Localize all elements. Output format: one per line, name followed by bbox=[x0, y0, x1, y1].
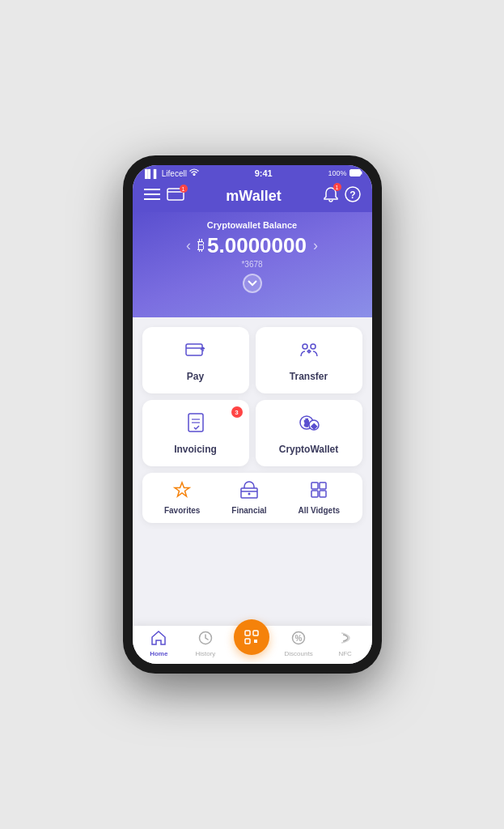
all-vidgets-icon bbox=[310, 481, 328, 503]
balance-currency: ₿ bbox=[197, 237, 205, 254]
transfer-card[interactable]: Transfer bbox=[256, 327, 362, 393]
financial-icon bbox=[240, 481, 258, 503]
svg-rect-0 bbox=[349, 169, 360, 176]
nav-home[interactable]: Home bbox=[141, 631, 176, 657]
svg-rect-30 bbox=[254, 640, 257, 643]
status-left: ▐▌▌ Lifecell bbox=[142, 168, 199, 178]
bell-badge: 1 bbox=[333, 183, 341, 191]
nav-nfc[interactable]: NFC bbox=[328, 631, 363, 657]
balance-value: 5.0000000 bbox=[207, 233, 307, 258]
history-icon bbox=[198, 631, 213, 648]
financial-widget[interactable]: Financial bbox=[231, 481, 266, 515]
nav-history[interactable]: History bbox=[188, 631, 223, 657]
status-bar: ▐▌▌ Lifecell 9:41 100% bbox=[133, 165, 372, 181]
svg-rect-23 bbox=[320, 483, 326, 489]
svg-text:?: ? bbox=[349, 189, 355, 201]
transfer-icon bbox=[298, 338, 320, 366]
card-badge: 1 bbox=[180, 185, 188, 193]
app-title: mWallet bbox=[226, 188, 281, 205]
balance-left-nav[interactable]: ‹ bbox=[186, 237, 191, 254]
invoicing-label: Invoicing bbox=[174, 444, 217, 455]
header-right-icons: 1 ? bbox=[324, 186, 361, 206]
balance-right-nav[interactable]: › bbox=[313, 237, 318, 254]
discounts-icon: % bbox=[291, 631, 306, 648]
svg-rect-28 bbox=[253, 631, 258, 636]
pay-label: Pay bbox=[187, 371, 204, 382]
cryptowallet-card[interactable]: ₿ ◈ CryptoWallet bbox=[256, 400, 362, 466]
balance-account: *3678 bbox=[144, 260, 361, 269]
invoicing-badge: 3 bbox=[231, 406, 243, 418]
svg-text:%: % bbox=[295, 634, 303, 643]
chevron-down-button[interactable] bbox=[243, 274, 262, 293]
phone-inner: ▐▌▌ Lifecell 9:41 100% bbox=[133, 165, 372, 664]
scan-button[interactable] bbox=[234, 619, 269, 655]
svg-rect-9 bbox=[186, 344, 202, 355]
nav-history-label: History bbox=[195, 650, 215, 657]
nfc-icon bbox=[338, 631, 353, 648]
widgets-row: Favorites Financial All Vidgets bbox=[142, 473, 362, 523]
time-display: 9:41 bbox=[255, 168, 273, 178]
financial-label: Financial bbox=[231, 506, 266, 515]
invoicing-icon bbox=[184, 411, 207, 439]
status-right: 100% bbox=[328, 169, 362, 178]
all-vidgets-label: All Vidgets bbox=[299, 506, 341, 515]
status-center: 9:41 bbox=[255, 168, 273, 178]
action-grid: Pay bbox=[142, 327, 362, 466]
battery-icon bbox=[349, 169, 362, 178]
nav-discounts[interactable]: % Discounts bbox=[281, 631, 316, 657]
svg-rect-22 bbox=[311, 483, 318, 489]
balance-amount: ₿ 5.0000000 bbox=[197, 233, 307, 258]
favorites-icon bbox=[173, 481, 191, 503]
battery-percent: 100% bbox=[328, 169, 346, 177]
svg-rect-24 bbox=[311, 491, 318, 497]
svg-text:◈: ◈ bbox=[311, 423, 317, 430]
balance-label: Cryptowallet Balance bbox=[144, 220, 361, 230]
help-icon[interactable]: ? bbox=[345, 186, 361, 206]
header-left-icons: 1 bbox=[144, 188, 184, 204]
header: 1 mWallet 1 ? bbox=[133, 181, 372, 212]
menu-icon[interactable] bbox=[144, 188, 160, 204]
nav-discounts-label: Discounts bbox=[285, 650, 313, 657]
wifi-icon bbox=[189, 168, 199, 178]
signal-icon: ▐▌▌ bbox=[142, 169, 159, 178]
home-icon bbox=[151, 631, 166, 648]
favorites-widget[interactable]: Favorites bbox=[164, 481, 200, 515]
card-icon[interactable]: 1 bbox=[167, 188, 184, 204]
cryptowallet-icon: ₿ ◈ bbox=[298, 411, 320, 439]
svg-point-21 bbox=[248, 493, 250, 495]
carrier-name: Lifecell bbox=[162, 169, 187, 178]
nav-home-label: Home bbox=[150, 650, 167, 657]
svg-rect-25 bbox=[320, 491, 326, 497]
pay-icon bbox=[184, 338, 207, 366]
svg-rect-1 bbox=[361, 171, 362, 174]
bottom-nav: Home History % Disc bbox=[133, 626, 372, 664]
svg-point-12 bbox=[311, 344, 316, 349]
cryptowallet-label: CryptoWallet bbox=[279, 444, 339, 455]
invoicing-card[interactable]: 3 Invoicing bbox=[142, 400, 249, 466]
phone-container: ▐▌▌ Lifecell 9:41 100% bbox=[123, 155, 382, 674]
favorites-label: Favorites bbox=[164, 506, 200, 515]
nav-nfc-label: NFC bbox=[338, 650, 351, 657]
svg-rect-27 bbox=[245, 631, 250, 636]
balance-section: Cryptowallet Balance ‹ ₿ 5.0000000 › *36… bbox=[133, 212, 372, 317]
transfer-label: Transfer bbox=[290, 371, 328, 382]
nav-scan-center[interactable] bbox=[234, 634, 269, 655]
svg-rect-29 bbox=[245, 639, 250, 644]
all-vidgets-widget[interactable]: All Vidgets bbox=[299, 481, 341, 515]
svg-point-11 bbox=[303, 344, 307, 349]
pay-card[interactable]: Pay bbox=[142, 327, 249, 393]
main-content: Pay bbox=[133, 317, 372, 626]
phone-outer: ▐▌▌ Lifecell 9:41 100% bbox=[123, 155, 382, 674]
svg-text:₿: ₿ bbox=[303, 419, 308, 427]
bell-icon[interactable]: 1 bbox=[324, 186, 338, 206]
